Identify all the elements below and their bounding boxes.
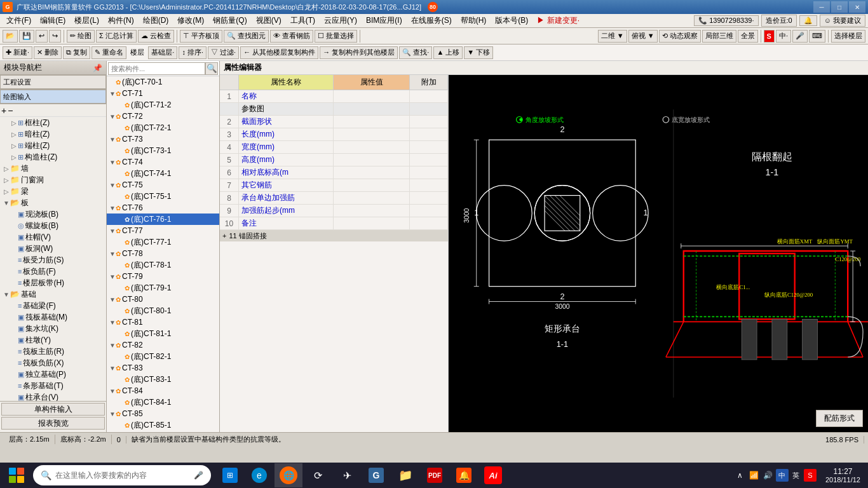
tree-item-fujin[interactable]: ≡ 板负筋(F) <box>0 266 106 277</box>
menu-file[interactable]: 文件(F) <box>3 14 35 27</box>
menu-tools[interactable]: 工具(T) <box>287 14 319 27</box>
tree-item-duanzhu[interactable]: ▷ ⊞ 端柱(Z) <box>0 140 106 151</box>
tree-item-fabanzhujin[interactable]: ≡ 筏板主筋(R) <box>0 346 106 357</box>
tb-top-view[interactable]: 俯视 ▼ <box>628 30 658 43</box>
tree-expand-icon[interactable]: + <box>1 105 6 116</box>
panel-pin-icon[interactable]: 📌 <box>93 64 102 72</box>
taskbar-app-notify[interactable]: 🔔 <box>450 463 478 487</box>
search-button[interactable]: 🔍 <box>205 62 218 75</box>
taskbar-search[interactable]: 🔍 在这里输入你要搜索的内容 🎤 <box>33 465 211 485</box>
lb-filter[interactable]: ▽ 过滤· <box>208 46 239 59</box>
tree-item-anzhu[interactable]: ▷ ⊞ 暗柱(Z) <box>0 128 106 140</box>
tb-draw[interactable]: ✏ 绘图 <box>67 30 95 43</box>
comp-ct75-1[interactable]: ✿ (底)CT-75-1 <box>107 191 219 202</box>
comp-ct78-1[interactable]: ✿ (底)CT-78-1 <box>107 259 219 271</box>
notify-btn[interactable]: 🔔 <box>799 15 817 26</box>
tree-item-kuangzhu[interactable]: ▷ ⊞ 框柱(Z) <box>0 117 106 128</box>
menu-edit[interactable]: 编辑(E) <box>36 14 69 27</box>
tree-item-qiang[interactable]: ▷ 📁 墙 <box>0 163 106 174</box>
tree-collapse-icon[interactable]: − <box>8 105 13 116</box>
lb-base-floor[interactable]: 基础层· <box>148 46 177 59</box>
tree-item-jichuliang[interactable]: ≡ 基础梁(F) <box>0 300 106 311</box>
menu-modify[interactable]: 修改(M) <box>173 14 208 27</box>
prop-val-7[interactable] <box>334 179 410 191</box>
search-input[interactable] <box>108 62 205 75</box>
comp-ct85[interactable]: ▼ ✿ CT-85 <box>107 408 219 419</box>
tree-item-xianjiaob[interactable]: ▣ 现浇板(B) <box>0 208 106 220</box>
menu-steel[interactable]: 钢筋量(Q) <box>209 14 250 27</box>
tree-item-liang[interactable]: ▷ 📁 梁 <box>0 186 106 197</box>
lb-down[interactable]: ▼ 下移 <box>464 46 493 59</box>
tree-item-fabanjichu[interactable]: ▣ 筏板基础(M) <box>0 311 106 323</box>
tree-item-bandong[interactable]: ▣ 板洞(W) <box>0 243 106 254</box>
tree-item-gouzao[interactable]: ▷ ⊞ 构造柱(Z) <box>0 151 106 163</box>
comp-ct74-1[interactable]: ✿ (底)CT-74-1 <box>107 168 219 179</box>
tb-batch-select[interactable]: ☐ 批量选择 <box>315 30 357 43</box>
sogou-icon[interactable]: S <box>804 469 817 482</box>
comp-ct83-1[interactable]: ✿ (底)CT-83-1 <box>107 374 219 385</box>
taskbar-app-g[interactable]: G <box>362 463 390 487</box>
lb-rename[interactable]: ✎ 重命名 <box>92 46 126 59</box>
comp-ct80[interactable]: ▼ ✿ CT-80 <box>107 294 219 305</box>
comp-ct76[interactable]: ▼ ✿ CT-76 <box>107 202 219 214</box>
taskbar-app-edge[interactable]: e <box>245 463 273 487</box>
ime-icon[interactable]: 中 <box>776 469 789 482</box>
taskbar-time[interactable]: 11:27 2018/11/12 <box>820 467 865 484</box>
taskbar-app-refresh[interactable]: ⟳ <box>304 463 332 487</box>
tree-item-tiaoxingjichu[interactable]: ≡ 条形基础(T) <box>0 380 106 391</box>
network-icon[interactable]: 📶 <box>748 469 761 482</box>
menu-component[interactable]: 构件(N) <box>104 14 138 27</box>
config-form-btn[interactable]: 配筋形式 <box>816 410 863 427</box>
comp-ct72-1[interactable]: ✿ (底)CT-72-1 <box>107 122 219 133</box>
taskbar-app-ai[interactable]: Ai <box>479 463 507 487</box>
comp-ct72[interactable]: ▼ ✿ CT-72 <box>107 111 219 122</box>
tb-align-top[interactable]: ⊤ 平齐板顶 <box>180 30 222 43</box>
start-button[interactable] <box>3 463 31 487</box>
volume-icon[interactable]: 🔊 <box>762 469 775 482</box>
comp-ct79-1[interactable]: ✿ (底)CT-79-1 <box>107 282 219 294</box>
comp-ct71[interactable]: ▼ ✿ CT-71 <box>107 88 219 99</box>
menu-floor[interactable]: 楼层(L) <box>71 14 103 27</box>
comp-ct75[interactable]: ▼ ✿ CT-75 <box>107 179 219 191</box>
tree-item-jishui[interactable]: ▣ 集水坑(K) <box>0 323 106 334</box>
lb-copy[interactable]: ⧉ 复制 <box>63 46 90 59</box>
tree-item-zhumao[interactable]: ▣ 柱帽(V) <box>0 231 106 243</box>
tb-mic[interactable]: 🎤 <box>792 30 808 43</box>
suggest-btn[interactable]: ☺ 我要建议 <box>820 15 865 27</box>
comp-ct82-1[interactable]: ✿ (底)CT-82-1 <box>107 351 219 362</box>
comp-ct73[interactable]: ▼ ✿ CT-73 <box>107 133 219 145</box>
tb-brand[interactable]: S <box>764 30 775 43</box>
module-drawing[interactable]: 绘图输入 <box>0 90 106 104</box>
menu-newchange[interactable]: ▶ 新建变更· <box>533 14 583 27</box>
lb-copy-from-floor[interactable]: ← 从其他楼层复制构件 <box>240 46 318 59</box>
tb-view-steel[interactable]: 👁 查看钢筋 <box>270 30 313 43</box>
tb-local-3d[interactable]: 局部三维 <box>702 30 736 43</box>
tree-item-jichu[interactable]: ▼ 📂 基础 <box>0 288 106 300</box>
tree-item-shoulijin[interactable]: ≡ 板受力筋(S) <box>0 254 106 266</box>
comp-ct80-1[interactable]: ✿ (底)CT-80-1 <box>107 305 219 316</box>
tb-open-folder[interactable]: 📂 <box>3 30 18 43</box>
tb-cloud-check[interactable]: ☁ 云检查 <box>138 30 174 43</box>
taskbar-app-taskview[interactable]: ⊞ <box>216 463 244 487</box>
comp-ct71-2[interactable]: ✿ (底)CT-71-2 <box>107 99 219 111</box>
maximize-button[interactable]: □ <box>831 1 848 13</box>
comp-ct77-1[interactable]: ✿ (底)CT-77-1 <box>107 236 219 248</box>
tb-find-elem[interactable]: 🔍 查找图元 <box>224 30 269 43</box>
taskbar-app-flight[interactable]: ✈ <box>333 463 361 487</box>
menu-draw[interactable]: 绘图(D) <box>139 14 173 27</box>
prop-val-3[interactable] <box>334 128 410 140</box>
tree-item-dulijichu[interactable]: ▣ 独立基础(P) <box>0 369 106 380</box>
comp-ct82[interactable]: ▼ ✿ CT-82 <box>107 339 219 351</box>
lang-icon[interactable]: 英 <box>790 469 803 482</box>
menu-online[interactable]: 在线服务(S) <box>407 14 456 27</box>
tb-save[interactable]: 💾 <box>19 30 34 43</box>
tb-dynamic[interactable]: ⟲ 动态观察 <box>659 30 701 43</box>
menu-version[interactable]: 版本号(B) <box>491 14 532 27</box>
prop-val-2[interactable] <box>334 116 410 128</box>
comp-ct81-1[interactable]: ✿ (底)CT-81-1 <box>107 328 219 339</box>
tb-sum[interactable]: Σ 汇总计算 <box>96 30 137 43</box>
prop-val-10[interactable] <box>334 217 410 229</box>
comp-ct77[interactable]: ▼ ✿ CT-77 <box>107 225 219 236</box>
tree-item-zhudun[interactable]: ▣ 柱墩(Y) <box>0 334 106 346</box>
tb-center[interactable]: 中· <box>776 30 791 43</box>
